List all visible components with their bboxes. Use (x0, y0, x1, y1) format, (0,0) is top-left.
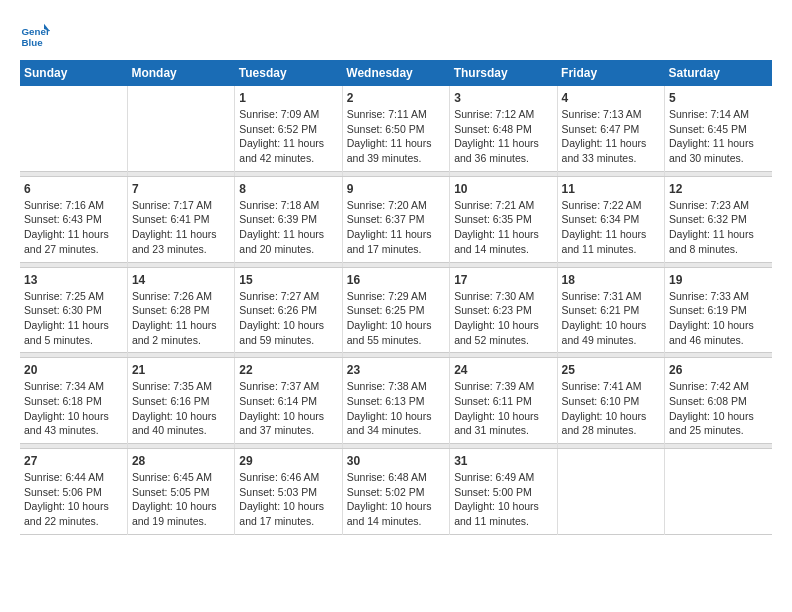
day-detail: Sunrise: 7:42 AM Sunset: 6:08 PM Dayligh… (669, 379, 768, 438)
day-detail: Sunrise: 7:33 AM Sunset: 6:19 PM Dayligh… (669, 289, 768, 348)
day-detail: Sunrise: 7:12 AM Sunset: 6:48 PM Dayligh… (454, 107, 552, 166)
day-number: 2 (347, 91, 445, 105)
weekday-header-tuesday: Tuesday (235, 60, 342, 86)
day-detail: Sunrise: 7:37 AM Sunset: 6:14 PM Dayligh… (239, 379, 337, 438)
calendar-cell: 4Sunrise: 7:13 AM Sunset: 6:47 PM Daylig… (557, 86, 664, 171)
day-number: 22 (239, 363, 337, 377)
calendar-cell: 17Sunrise: 7:30 AM Sunset: 6:23 PM Dayli… (450, 267, 557, 353)
day-detail: Sunrise: 6:48 AM Sunset: 5:02 PM Dayligh… (347, 470, 445, 529)
day-detail: Sunrise: 7:27 AM Sunset: 6:26 PM Dayligh… (239, 289, 337, 348)
day-detail: Sunrise: 7:20 AM Sunset: 6:37 PM Dayligh… (347, 198, 445, 257)
calendar-cell: 12Sunrise: 7:23 AM Sunset: 6:32 PM Dayli… (665, 176, 772, 262)
day-detail: Sunrise: 7:25 AM Sunset: 6:30 PM Dayligh… (24, 289, 123, 348)
calendar-cell: 9Sunrise: 7:20 AM Sunset: 6:37 PM Daylig… (342, 176, 449, 262)
calendar-week-row: 6Sunrise: 7:16 AM Sunset: 6:43 PM Daylig… (20, 176, 772, 262)
day-number: 15 (239, 273, 337, 287)
svg-text:Blue: Blue (22, 37, 44, 48)
day-detail: Sunrise: 7:35 AM Sunset: 6:16 PM Dayligh… (132, 379, 230, 438)
logo: General Blue (20, 20, 54, 50)
day-number: 6 (24, 182, 123, 196)
day-detail: Sunrise: 6:49 AM Sunset: 5:00 PM Dayligh… (454, 470, 552, 529)
weekday-header-sunday: Sunday (20, 60, 127, 86)
calendar-cell: 23Sunrise: 7:38 AM Sunset: 6:13 PM Dayli… (342, 358, 449, 444)
day-number: 26 (669, 363, 768, 377)
calendar-cell: 1Sunrise: 7:09 AM Sunset: 6:52 PM Daylig… (235, 86, 342, 171)
day-detail: Sunrise: 6:45 AM Sunset: 5:05 PM Dayligh… (132, 470, 230, 529)
logo-icon: General Blue (20, 20, 50, 50)
calendar-cell: 30Sunrise: 6:48 AM Sunset: 5:02 PM Dayli… (342, 449, 449, 535)
day-number: 1 (239, 91, 337, 105)
day-number: 14 (132, 273, 230, 287)
day-number: 21 (132, 363, 230, 377)
calendar-cell: 31Sunrise: 6:49 AM Sunset: 5:00 PM Dayli… (450, 449, 557, 535)
calendar-cell: 28Sunrise: 6:45 AM Sunset: 5:05 PM Dayli… (127, 449, 234, 535)
weekday-header-thursday: Thursday (450, 60, 557, 86)
day-number: 23 (347, 363, 445, 377)
day-number: 25 (562, 363, 660, 377)
day-detail: Sunrise: 7:13 AM Sunset: 6:47 PM Dayligh… (562, 107, 660, 166)
weekday-header-monday: Monday (127, 60, 234, 86)
calendar-cell: 22Sunrise: 7:37 AM Sunset: 6:14 PM Dayli… (235, 358, 342, 444)
calendar-cell (665, 449, 772, 535)
day-detail: Sunrise: 6:44 AM Sunset: 5:06 PM Dayligh… (24, 470, 123, 529)
day-detail: Sunrise: 7:18 AM Sunset: 6:39 PM Dayligh… (239, 198, 337, 257)
day-detail: Sunrise: 7:11 AM Sunset: 6:50 PM Dayligh… (347, 107, 445, 166)
day-number: 7 (132, 182, 230, 196)
day-detail: Sunrise: 7:23 AM Sunset: 6:32 PM Dayligh… (669, 198, 768, 257)
weekday-header-friday: Friday (557, 60, 664, 86)
day-detail: Sunrise: 7:38 AM Sunset: 6:13 PM Dayligh… (347, 379, 445, 438)
day-number: 30 (347, 454, 445, 468)
calendar-cell: 26Sunrise: 7:42 AM Sunset: 6:08 PM Dayli… (665, 358, 772, 444)
day-number: 12 (669, 182, 768, 196)
day-number: 31 (454, 454, 552, 468)
day-detail: Sunrise: 7:31 AM Sunset: 6:21 PM Dayligh… (562, 289, 660, 348)
weekday-header-saturday: Saturday (665, 60, 772, 86)
calendar-cell: 21Sunrise: 7:35 AM Sunset: 6:16 PM Dayli… (127, 358, 234, 444)
calendar-cell: 25Sunrise: 7:41 AM Sunset: 6:10 PM Dayli… (557, 358, 664, 444)
day-detail: Sunrise: 7:09 AM Sunset: 6:52 PM Dayligh… (239, 107, 337, 166)
calendar-cell: 8Sunrise: 7:18 AM Sunset: 6:39 PM Daylig… (235, 176, 342, 262)
day-detail: Sunrise: 7:30 AM Sunset: 6:23 PM Dayligh… (454, 289, 552, 348)
day-number: 20 (24, 363, 123, 377)
calendar-cell: 15Sunrise: 7:27 AM Sunset: 6:26 PM Dayli… (235, 267, 342, 353)
weekday-header-wednesday: Wednesday (342, 60, 449, 86)
day-detail: Sunrise: 7:21 AM Sunset: 6:35 PM Dayligh… (454, 198, 552, 257)
day-number: 17 (454, 273, 552, 287)
day-number: 11 (562, 182, 660, 196)
calendar-cell: 18Sunrise: 7:31 AM Sunset: 6:21 PM Dayli… (557, 267, 664, 353)
day-number: 13 (24, 273, 123, 287)
calendar-week-row: 1Sunrise: 7:09 AM Sunset: 6:52 PM Daylig… (20, 86, 772, 171)
calendar-cell: 5Sunrise: 7:14 AM Sunset: 6:45 PM Daylig… (665, 86, 772, 171)
day-detail: Sunrise: 7:17 AM Sunset: 6:41 PM Dayligh… (132, 198, 230, 257)
day-detail: Sunrise: 7:22 AM Sunset: 6:34 PM Dayligh… (562, 198, 660, 257)
calendar-cell: 6Sunrise: 7:16 AM Sunset: 6:43 PM Daylig… (20, 176, 127, 262)
calendar-cell: 24Sunrise: 7:39 AM Sunset: 6:11 PM Dayli… (450, 358, 557, 444)
day-number: 8 (239, 182, 337, 196)
day-detail: Sunrise: 7:29 AM Sunset: 6:25 PM Dayligh… (347, 289, 445, 348)
day-detail: Sunrise: 7:26 AM Sunset: 6:28 PM Dayligh… (132, 289, 230, 348)
day-number: 5 (669, 91, 768, 105)
weekday-header-row: SundayMondayTuesdayWednesdayThursdayFrid… (20, 60, 772, 86)
calendar-cell: 16Sunrise: 7:29 AM Sunset: 6:25 PM Dayli… (342, 267, 449, 353)
calendar-cell (127, 86, 234, 171)
day-number: 18 (562, 273, 660, 287)
day-number: 24 (454, 363, 552, 377)
day-number: 4 (562, 91, 660, 105)
day-detail: Sunrise: 7:34 AM Sunset: 6:18 PM Dayligh… (24, 379, 123, 438)
calendar-cell: 14Sunrise: 7:26 AM Sunset: 6:28 PM Dayli… (127, 267, 234, 353)
day-number: 3 (454, 91, 552, 105)
calendar-week-row: 13Sunrise: 7:25 AM Sunset: 6:30 PM Dayli… (20, 267, 772, 353)
calendar-week-row: 20Sunrise: 7:34 AM Sunset: 6:18 PM Dayli… (20, 358, 772, 444)
calendar-cell: 2Sunrise: 7:11 AM Sunset: 6:50 PM Daylig… (342, 86, 449, 171)
calendar-cell: 10Sunrise: 7:21 AM Sunset: 6:35 PM Dayli… (450, 176, 557, 262)
calendar-cell: 11Sunrise: 7:22 AM Sunset: 6:34 PM Dayli… (557, 176, 664, 262)
calendar-cell: 7Sunrise: 7:17 AM Sunset: 6:41 PM Daylig… (127, 176, 234, 262)
day-detail: Sunrise: 7:14 AM Sunset: 6:45 PM Dayligh… (669, 107, 768, 166)
day-number: 27 (24, 454, 123, 468)
calendar-cell (557, 449, 664, 535)
calendar-cell (20, 86, 127, 171)
day-number: 29 (239, 454, 337, 468)
day-number: 19 (669, 273, 768, 287)
day-detail: Sunrise: 6:46 AM Sunset: 5:03 PM Dayligh… (239, 470, 337, 529)
day-number: 16 (347, 273, 445, 287)
